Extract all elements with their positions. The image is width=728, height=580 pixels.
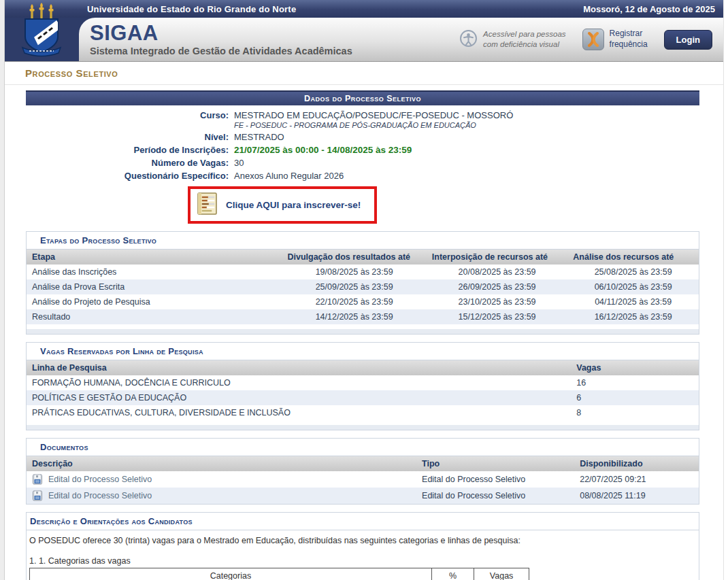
etapas-tbody: Análise das Inscrições19/08/2025 às 23:5… — [27, 265, 699, 324]
university-name: Universidade do Estado do Rio Grande do … — [87, 4, 296, 14]
accessibility-label: Acessível para pessoas com deficiência v… — [483, 29, 565, 50]
vagas-cell: PRÁTICAS EDUCATIVAS, CULTURA, DIVERSIDAD… — [27, 405, 571, 420]
dados-section: Dados do Processo Seletivo Curso: MESTRA… — [26, 90, 699, 224]
field-numero-vagas-label: Número de Vagas: — [26, 156, 231, 169]
top-bar: Universidade do Estado do Rio Grande do … — [4, 0, 723, 18]
field-curso-label: Curso: — [26, 109, 231, 131]
document-icon — [32, 490, 43, 501]
etapa-row: Análise das Inscrições19/08/2025 às 23:5… — [27, 265, 699, 279]
accessibility-link[interactable]: Acessível para pessoas com deficiência v… — [459, 29, 565, 50]
etapa-cell: 15/12/2025 às 23:59 — [427, 309, 567, 324]
page-title-row: Processo Seletivo — [4, 62, 723, 85]
vagas-row: POLÍTICAS E GESTÃO DA EDUCAÇÃO6 — [27, 390, 699, 405]
document-link[interactable]: Edital do Processo Seletivo — [48, 491, 152, 500]
etapas-column-header: Divulgação dos resultados até — [282, 250, 426, 265]
vagas-header-row: Linha de PesquisaVagas — [27, 360, 699, 375]
categorias-column-header: Categorias — [30, 568, 432, 580]
descricao-body: O POSEDUC oferece 30 (trinta) vagas para… — [27, 530, 699, 580]
etapa-cell: 06/10/2025 às 23:59 — [567, 279, 699, 294]
etapas-header-row: EtapaDivulgação dos resultados atéInterp… — [27, 250, 699, 265]
vagas-table: Linha de PesquisaVagas FORMAÇÃO HUMANA, … — [27, 360, 699, 420]
documento-link-wrap: Edital do Processo Seletivo — [32, 474, 411, 485]
documento-data-cell: 08/08/2025 11:19 — [574, 488, 699, 504]
categorias-header-row: Categorias%Vagas — [30, 568, 529, 580]
vagas-tbody: FORMAÇÃO HUMANA, DOCÊNCIA E CURRICULO16P… — [27, 375, 699, 420]
etapas-column-header: Análise dos recursos até — [567, 250, 699, 265]
documento-row: Edital do Processo SeletivoEdital do Pro… — [27, 471, 699, 488]
vagas-cell: 16 — [571, 375, 699, 390]
field-nivel-label: Nível: — [26, 131, 231, 143]
inscribe-row: Clique AQUI para inscrever-se! — [188, 186, 699, 224]
etapa-cell: Análise do Projeto de Pesquisa — [27, 294, 282, 309]
etapa-cell: 14/12/2025 às 23:59 — [282, 309, 426, 324]
etapa-cell: 23/10/2025 às 23:59 — [427, 294, 567, 309]
field-curso: Curso: MESTRADO EM EDUCAÇÃO/POSEDUC/FE-P… — [26, 105, 699, 131]
document-link[interactable]: Edital do Processo Seletivo — [48, 475, 152, 484]
documentos-tbody: Edital do Processo SeletivoEdital do Pro… — [27, 471, 699, 504]
page-title: Processo Seletivo — [25, 67, 118, 79]
etapa-cell: 25/09/2025 às 23:59 — [282, 279, 426, 294]
app-title-block: SIGAA Sistema Integrado de Gestão de Ati… — [90, 22, 352, 56]
current-date: Mossoró, 12 de Agosto de 2025 — [583, 4, 715, 14]
etapa-cell: 26/09/2025 às 23:59 — [427, 279, 567, 294]
etapa-row: Resultado14/12/2025 às 23:5915/12/2025 à… — [27, 309, 699, 324]
field-periodo: Período de Inscrições: 21/07/2025 às 00:… — [26, 143, 699, 156]
etapas-section-title: Etapas do Processo Seletivo — [27, 232, 699, 250]
inscribe-highlight-box[interactable]: Clique AQUI para inscrever-se! — [188, 186, 377, 224]
field-nivel: Nível: MESTRADO — [26, 131, 699, 143]
field-questionario-value: Anexos Aluno Regular 2026 — [231, 169, 344, 182]
documentos-column-header: Tipo — [416, 456, 574, 471]
categorias-column-header: Vagas — [474, 568, 529, 580]
etapa-cell: Análise das Inscrições — [27, 265, 282, 279]
etapa-cell: 04/11/2025 às 23:59 — [567, 294, 699, 309]
vagas-cell: 8 — [571, 405, 699, 420]
register-frequency-link[interactable]: Registrar frequência — [582, 29, 648, 50]
vagas-footer-strip — [27, 425, 699, 430]
document-icon — [32, 474, 43, 485]
main-content: Dados do Processo Seletivo Curso: MESTRA… — [26, 90, 699, 580]
documentos-header-row: DescriçãoTipoDisponibilizado — [27, 456, 699, 471]
login-button[interactable]: Login — [664, 30, 712, 50]
register-frequency-label: Registrar frequência — [610, 29, 648, 50]
vagas-section: Vagas Reservadas por Linha de Pesquisa L… — [26, 342, 699, 430]
etapa-cell: 22/10/2025 às 23:59 — [282, 294, 426, 309]
documentos-column-header: Descrição — [27, 456, 416, 471]
field-periodo-label: Período de Inscrições: — [26, 143, 231, 156]
etapa-row: Análise da Prova Escrita25/09/2025 às 23… — [27, 279, 699, 294]
descricao-paragraph: O POSEDUC oferece 30 (trinta) vagas para… — [29, 536, 696, 545]
etapa-cell: 20/08/2025 às 23:59 — [427, 265, 567, 279]
window-right-edge — [723, 0, 728, 580]
etapa-cell: 16/12/2025 às 23:59 — [567, 309, 699, 324]
vagas-section-title: Vagas Reservadas por Linha de Pesquisa — [27, 343, 699, 360]
documentos-section: Documentos DescriçãoTipoDisponibilizado … — [26, 438, 699, 505]
categorias-table: Categorias%Vagas Público em geral (ampla… — [29, 568, 529, 580]
etapas-section: Etapas do Processo Seletivo EtapaDivulga… — [26, 231, 699, 335]
field-questionario-label: Questionário Específico: — [26, 169, 231, 182]
field-nivel-value: MESTRADO — [231, 131, 284, 143]
field-questionario: Questionário Específico: Anexos Aluno Re… — [26, 169, 699, 182]
categorias-subheading: 1. 1. Categorias das vagas — [29, 556, 696, 566]
inscribe-link[interactable]: Clique AQUI para inscrever-se! — [226, 200, 361, 210]
etapa-cell: Resultado — [27, 309, 282, 324]
accessibility-icon — [459, 29, 478, 50]
university-logo — [4, 0, 79, 61]
vagas-column-header: Linha de Pesquisa — [27, 360, 571, 375]
etapas-column-header: Interposição de recursos até — [427, 250, 567, 265]
app-name: SIGAA — [90, 22, 352, 44]
etapas-column-header: Etapa — [27, 250, 282, 265]
field-numero-vagas-value: 30 — [231, 156, 244, 169]
field-numero-vagas: Número de Vagas: 30 — [26, 156, 699, 169]
etapa-row: Análise do Projeto de Pesquisa22/10/2025… — [27, 294, 699, 309]
header-actions: Acessível para pessoas com deficiência v… — [459, 29, 712, 50]
inscription-form-icon — [197, 192, 217, 218]
register-frequency-icon — [582, 29, 604, 50]
header-band: SIGAA Sistema Integrado de Gestão de Ati… — [79, 18, 723, 61]
documento-descricao-cell: Edital do Processo Seletivo — [27, 471, 416, 488]
documentos-column-header: Disponibilizado — [574, 456, 699, 471]
documento-data-cell: 22/07/2025 09:21 — [574, 471, 699, 488]
vagas-cell: 6 — [571, 390, 699, 405]
etapa-cell: 25/08/2025 às 23:59 — [567, 265, 699, 279]
descricao-section-title: Descrição e Orientações aos Candidatos — [27, 513, 699, 530]
documento-link-wrap: Edital do Processo Seletivo — [32, 490, 411, 501]
vagas-cell: FORMAÇÃO HUMANA, DOCÊNCIA E CURRICULO — [27, 375, 571, 390]
